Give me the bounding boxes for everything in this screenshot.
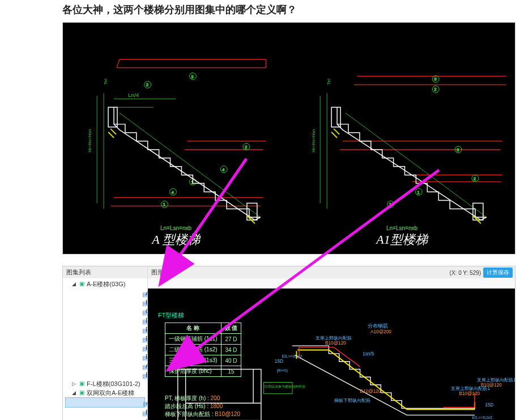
svg-text:2: 2	[245, 145, 248, 150]
tree-root-ae[interactable]: ◢ ▣ A-E楼梯(03G)	[65, 279, 145, 289]
svg-text:E0,>=0,b/2: E0,>=0,b/2	[472, 415, 492, 420]
svg-line-44	[346, 113, 487, 217]
svg-line-2	[117, 60, 120, 68]
tree-item-label: DT型楼梯	[146, 316, 147, 325]
tree-item[interactable]: ▤BT型楼梯	[65, 298, 145, 307]
page-icon: ▤	[82, 317, 144, 324]
svg-line-32	[110, 129, 116, 134]
svg-rect-65	[178, 369, 261, 420]
cad-label-right: A1型楼梯	[376, 231, 427, 248]
tree-item-label: CT型楼梯	[146, 417, 147, 420]
book-icon: ▣	[78, 380, 86, 387]
tree-item-label: BT型楼梯	[146, 408, 147, 417]
page-icon: ▤	[82, 290, 144, 296]
tree-item[interactable]: ▤CT型楼梯	[65, 417, 145, 420]
tree-item[interactable]: ▤AT型楼梯	[65, 289, 145, 298]
svg-text:分布钢筋: 分布钢筋	[368, 323, 388, 329]
svg-text:2: 2	[474, 176, 476, 181]
svg-text:1: 1	[389, 202, 392, 207]
svg-text:4: 4	[222, 167, 225, 172]
svg-line-33	[108, 132, 114, 138]
page-icon: ▤	[82, 371, 144, 378]
tree-item-label: ET(3)型楼梯	[146, 343, 147, 352]
tree-panel: 图集列表 ◢ ▣ A-E楼梯(03G) ▤AT型楼梯▤BT型楼梯▤CT型楼梯▤D…	[63, 266, 148, 420]
page-title: 各位大神，这两个楼梯分别用图集中的哪个定义啊？	[62, 3, 524, 16]
page-icon: ▤	[82, 308, 144, 315]
tree-item-label: AT型楼梯	[146, 398, 147, 407]
page-icon: ▤	[82, 353, 144, 360]
svg-text:15D: 15D	[485, 402, 493, 408]
svg-text:A10@200: A10@200	[370, 329, 391, 334]
tree-item-label: B-B平台板	[146, 370, 147, 379]
svg-text:区间应改换为楼板结构件信: 区间应改换为楼板结构件信	[265, 384, 305, 388]
svg-line-62	[331, 132, 337, 138]
tree-root-fl-label: F-L楼梯(03G101-2)	[87, 379, 140, 388]
tree-body[interactable]: ◢ ▣ A-E楼梯(03G) ▤AT型楼梯▤BT型楼梯▤CT型楼梯▤DT型楼梯▤…	[63, 278, 147, 420]
svg-text:(th+h): (th+h)	[276, 368, 287, 373]
graphic-panel: 图形显示 (X: 0 Y: 529) 计算保存 FT型楼梯 名 称 数 值 一级…	[148, 266, 515, 420]
tree-item[interactable]: ▤DT型楼梯	[65, 316, 145, 325]
tree-panel-header: 图集列表	[63, 266, 147, 278]
svg-text:2: 2	[434, 87, 437, 92]
svg-text:B10@120: B10@120	[481, 383, 502, 388]
svg-text:支座上部纵向配筋1: 支座上部纵向配筋1	[477, 377, 515, 383]
svg-text:Ln/4: Ln/4	[128, 92, 139, 98]
page-icon: ▤	[82, 418, 144, 420]
svg-line-61	[334, 129, 339, 134]
page-icon: ▤	[82, 362, 144, 369]
svg-text:2: 2	[146, 82, 149, 87]
stair-a-svg: Ln/4 Hi=Hn=Hsn TeI 2 3 2 4 1 4 1	[63, 23, 289, 254]
svg-text:3: 3	[457, 147, 459, 152]
calc-save-button[interactable]: 计算保存	[483, 268, 513, 278]
tree-item[interactable]: ▤ET(4)型楼梯	[65, 352, 145, 361]
ln-text-left: Ln=Lsn=nxb	[160, 225, 191, 231]
svg-text:B10@120: B10@120	[325, 341, 346, 346]
tree-root-fl[interactable]: ▷ ▣ F-L楼梯(03G101-2)	[65, 379, 145, 388]
svg-text:支座上部纵向配筋: 支座上部纵向配筋	[316, 336, 352, 341]
page-icon: ▤	[82, 409, 144, 415]
cad-label-left: A 型楼梯	[152, 231, 200, 248]
svg-text:Hi=Hn=Hsn: Hi=Hn=Hsn	[87, 129, 92, 152]
stair-a1-svg: Hi=Hn=Hsn TeI 3 2 3 2 1 1	[289, 23, 515, 254]
tree-root-sw-ae[interactable]: ◢ ▣ 双网双向A-E楼梯	[65, 388, 145, 397]
tree-root-sw-ae-label: 双网双向A-E楼梯	[87, 388, 134, 397]
svg-text:B10@120: B10@120	[360, 389, 381, 394]
tree-item-label: ET(2)型楼梯	[146, 334, 147, 343]
svg-text:Hi=Hn=Hsn: Hi=Hn=Hsn	[311, 129, 316, 152]
page-icon: ▤	[82, 344, 144, 351]
tree-item[interactable]: ▤AT型楼梯	[65, 397, 145, 408]
svg-text:1: 1	[417, 190, 420, 195]
tree-item[interactable]: ▤A-A平台板	[65, 361, 145, 370]
page-icon: ▤	[82, 299, 144, 306]
expand-icon[interactable]: ▷	[72, 379, 78, 388]
software-panel: 图集列表 ◢ ▣ A-E楼梯(03G) ▤AT型楼梯▤BT型楼梯▤CT型楼梯▤D…	[62, 266, 516, 420]
tree-item[interactable]: ▤BT型楼梯	[65, 408, 145, 417]
tree-item-label: ET(4)型楼梯	[146, 352, 147, 361]
page-icon: ▤	[82, 335, 144, 342]
svg-text:3: 3	[434, 77, 437, 82]
tree-item[interactable]: ▤ET(3)型楼梯	[65, 343, 145, 352]
tree-item-label: AT型楼梯	[146, 289, 147, 298]
svg-text:TeI: TeI	[103, 79, 108, 85]
cad-drawing-area: Ln/4 Hi=Hn=Hsn TeI 2 3 2 4 1 4 1	[62, 22, 516, 254]
drawing-canvas[interactable]: FT型楼梯 名 称 数 值 一级钢筋辅筋 (1s1)27 D二级钢筋辅筋 (1s…	[148, 289, 515, 420]
tree-item[interactable]: ▤ET(1)型楼梯	[65, 325, 145, 334]
tree-root-ae-label: A-E楼梯(03G)	[87, 279, 125, 289]
tree-item[interactable]: ▤ET(2)型楼梯	[65, 334, 145, 343]
tree-item-label: ET(1)型楼梯	[146, 325, 147, 334]
tree-item-label: A-A平台板	[146, 361, 147, 370]
expand-icon[interactable]: ◢	[72, 279, 78, 289]
svg-text:TeI: TeI	[326, 79, 331, 85]
svg-text:梯板下部纵向配筋: 梯板下部纵向配筋	[334, 398, 370, 403]
page-icon: ▤	[82, 326, 144, 333]
svg-text:4: 4	[172, 190, 174, 195]
expand-icon[interactable]: ◢	[72, 388, 78, 397]
tree-item-label: CT型楼梯	[146, 307, 147, 316]
cad-drawing-left: Ln/4 Hi=Hn=Hsn TeI 2 3 2 4 1 4 1	[63, 23, 289, 254]
cad-drawing-right: Hi=Hn=Hsn TeI 3 2 3 2 1 1	[289, 23, 515, 254]
coord-readout: (X: 0 Y: 529)	[450, 270, 481, 276]
tree-item[interactable]: ▤CT型楼梯	[65, 307, 145, 316]
tree-item[interactable]: ▤B-B平台板	[65, 370, 145, 379]
svg-text:15D: 15D	[275, 359, 283, 364]
svg-line-12	[120, 113, 261, 217]
